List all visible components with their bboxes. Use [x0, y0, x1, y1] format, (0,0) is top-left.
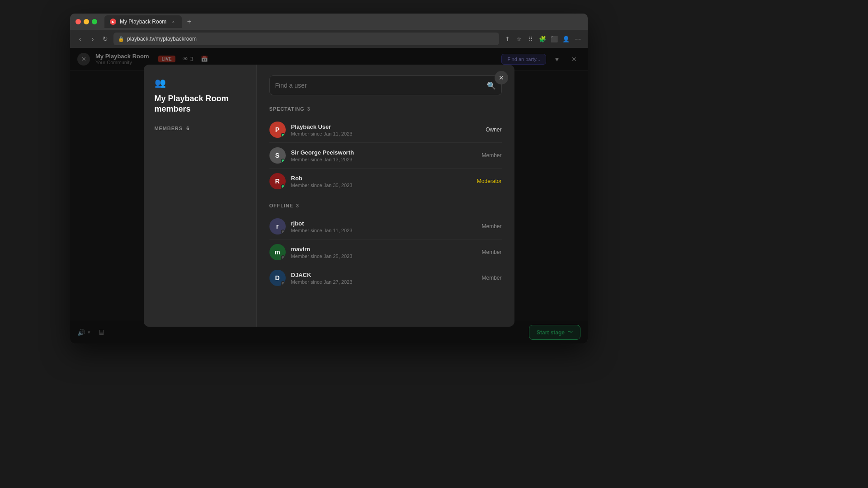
offline-section-header: OFFLINE 3: [269, 203, 502, 208]
sidebar-toggle-icon[interactable]: ⬛: [550, 34, 559, 43]
member-info: Playback User Member since Jan 11, 2023: [291, 123, 486, 136]
offline-label: OFFLINE: [269, 203, 293, 208]
member-name: Playback User: [291, 123, 486, 130]
member-since: Member since Jan 13, 2023: [291, 157, 482, 162]
tab-title: My Playback Room: [120, 19, 166, 25]
member-info: rjbot Member since Jan 11, 2023: [291, 220, 482, 233]
traffic-lights: [75, 19, 97, 24]
puzzle-icon[interactable]: 🧩: [538, 34, 547, 43]
member-since: Member since Jan 25, 2023: [291, 253, 482, 259]
avatar: m: [269, 244, 286, 260]
member-row: r rjbot Member since Jan 11, 2023 Member: [269, 214, 502, 239]
tab-bar: ▶ My Playback Room × +: [104, 15, 582, 28]
status-indicator: [281, 281, 285, 286]
members-label: MEMBERS: [155, 126, 183, 131]
modal-close-button[interactable]: ✕: [495, 71, 508, 84]
member-since: Member since Jan 11, 2023: [291, 131, 486, 136]
avatar: P: [269, 122, 286, 138]
status-indicator: [281, 184, 285, 189]
status-indicator: [281, 230, 285, 234]
offline-member-list: r rjbot Member since Jan 11, 2023 Member: [269, 214, 502, 291]
address-bar[interactable]: 🔒 playback.tv/myplaybackroom: [113, 33, 499, 45]
member-role: Member: [481, 152, 501, 159]
modal-overlay: ✕ 👥 My Playback Room members MEMBERS 6: [70, 48, 588, 343]
members-count: 6: [186, 126, 189, 131]
member-since: Member since Jan 27, 2023: [291, 279, 482, 285]
member-row: P Playback User Member since Jan 11, 202…: [269, 117, 502, 143]
new-tab-button[interactable]: +: [184, 16, 194, 27]
member-name: rjbot: [291, 220, 482, 227]
forward-button[interactable]: ›: [88, 34, 97, 43]
avatar: S: [269, 147, 286, 164]
back-button[interactable]: ‹: [75, 34, 85, 43]
member-row: S Sir George Peelsworth Member since Jan…: [269, 143, 502, 169]
app-content: ✕ My Playback Room Your Community LIVE 👁…: [70, 48, 588, 343]
member-row: m mavirn Member since Jan 25, 2023 Membe…: [269, 239, 502, 265]
member-name: mavirn: [291, 246, 482, 253]
member-name: Sir George Peelsworth: [291, 149, 482, 156]
search-bar[interactable]: 🔍: [269, 75, 502, 95]
status-indicator: [281, 133, 285, 137]
member-row: D DJACK Member since Jan 27, 2023 Member: [269, 265, 502, 291]
members-icon: 👥: [155, 77, 245, 88]
browser-window: ▶ My Playback Room × + ‹ › ↻ 🔒 playback.…: [70, 14, 588, 343]
search-button[interactable]: 🔍: [487, 81, 496, 90]
member-role: Owner: [486, 127, 501, 133]
spectating-section-header: SPECTATING 3: [269, 106, 502, 112]
member-name: Rob: [291, 175, 477, 182]
member-info: DJACK Member since Jan 27, 2023: [291, 272, 482, 285]
avatar: D: [269, 270, 286, 286]
modal-title: My Playback Room members: [155, 94, 245, 115]
fullscreen-traffic-light[interactable]: [92, 19, 97, 24]
member-name: DJACK: [291, 272, 482, 278]
title-bar: ▶ My Playback Room × +: [70, 14, 588, 30]
profile-icon[interactable]: 👤: [561, 34, 571, 43]
members-modal: ✕ 👥 My Playback Room members MEMBERS 6: [144, 65, 514, 327]
spectating-count: 3: [307, 106, 311, 112]
avatar: R: [269, 173, 286, 189]
members-label-row: MEMBERS 6: [155, 124, 245, 132]
status-indicator: [281, 255, 285, 260]
member-since: Member since Jan 30, 2023: [291, 183, 477, 188]
browser-toolbar: ⬆ ☆ ⠿ 🧩 ⬛ 👤 ⋯: [503, 34, 582, 43]
status-indicator: [281, 159, 285, 163]
share-icon[interactable]: ⬆: [503, 34, 512, 43]
tab-favicon: ▶: [110, 19, 116, 25]
member-role: Member: [481, 223, 501, 230]
offline-count: 3: [296, 203, 299, 208]
reload-button[interactable]: ↻: [101, 34, 110, 43]
spectating-member-list: P Playback User Member since Jan 11, 202…: [269, 117, 502, 194]
tab-close-button[interactable]: ×: [170, 19, 176, 25]
member-info: mavirn Member since Jan 25, 2023: [291, 246, 482, 259]
member-since: Member since Jan 11, 2023: [291, 228, 482, 233]
member-row: R Rob Member since Jan 30, 2023 Moderato…: [269, 169, 502, 194]
address-bar-row: ‹ › ↻ 🔒 playback.tv/myplaybackroom ⬆ ☆ ⠿…: [70, 30, 588, 48]
active-tab[interactable]: ▶ My Playback Room ×: [104, 15, 182, 28]
member-info: Rob Member since Jan 30, 2023: [291, 175, 477, 188]
close-traffic-light[interactable]: [75, 19, 81, 24]
member-role: Moderator: [477, 178, 502, 184]
member-role: Member: [481, 275, 501, 281]
avatar: r: [269, 218, 286, 235]
modal-right-panel: 🔍 SPECTATING 3 P: [257, 65, 514, 327]
spectating-label: SPECTATING: [269, 106, 305, 112]
menu-icon[interactable]: ⋯: [573, 34, 582, 43]
search-input[interactable]: [275, 82, 487, 89]
member-role: Member: [481, 249, 501, 255]
lock-icon: 🔒: [118, 36, 124, 42]
extensions-icon[interactable]: ⠿: [526, 34, 535, 43]
modal-left-panel: 👥 My Playback Room members MEMBERS 6: [144, 65, 257, 327]
minimize-traffic-light[interactable]: [84, 19, 89, 24]
bookmark-icon[interactable]: ☆: [514, 34, 524, 43]
url-text: playback.tv/myplaybackroom: [127, 36, 197, 42]
member-info: Sir George Peelsworth Member since Jan 1…: [291, 149, 482, 162]
